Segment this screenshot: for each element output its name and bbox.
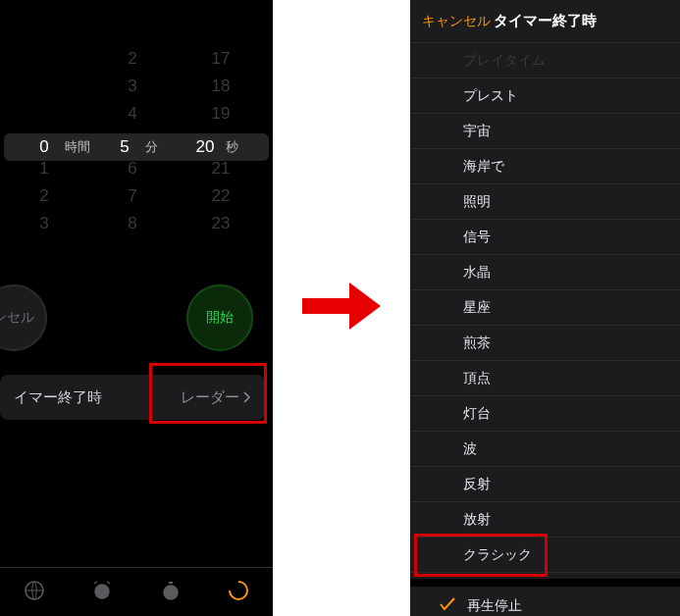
stop-playing-label: 再生停止 xyxy=(467,597,522,615)
cancel-button[interactable]: ンセル xyxy=(0,284,47,351)
sound-option[interactable]: 波 xyxy=(410,432,680,467)
picker-unit-seconds: 秒 xyxy=(226,138,259,156)
picker-value: 23 xyxy=(186,210,255,237)
start-button-label: 開始 xyxy=(206,309,234,327)
picker-value: 3 xyxy=(98,73,167,100)
cancel-button-label: ンセル xyxy=(0,309,34,327)
sound-option[interactable]: 信号 xyxy=(410,220,680,255)
tab-bar xyxy=(0,567,273,616)
picker-value: 8 xyxy=(98,210,167,237)
transition-arrow-panel xyxy=(273,0,410,616)
picker-value: 17 xyxy=(186,45,255,73)
sound-option[interactable]: 煎茶 xyxy=(410,326,680,361)
picker-selected-row: 0 時間 5 分 20 秒 xyxy=(0,133,273,161)
stop-playing-option[interactable]: 再生停止 xyxy=(410,579,680,616)
annotation-highlight-box xyxy=(414,534,548,577)
picker-value xyxy=(10,45,78,73)
timer-end-sound-modal: キャンセル タイマー終了時 プレイタイムプレスト宇宙海岸で照明信号水晶星座煎茶頂… xyxy=(410,0,680,616)
sound-option[interactable]: 放射 xyxy=(410,502,680,538)
picker-value xyxy=(10,100,78,128)
picker-value: 3 xyxy=(10,210,78,237)
sound-list[interactable]: プレイタイムプレスト宇宙海岸で照明信号水晶星座煎茶頂点灯台波反射放射クラシック再… xyxy=(410,43,680,616)
time-picker[interactable]: 1 2 3 2 3 4 6 7 8 17 18 19 21 22 23 0 時間… xyxy=(0,45,273,202)
picker-value: 18 xyxy=(186,73,255,100)
picker-value: 19 xyxy=(186,100,255,128)
svg-point-2 xyxy=(164,586,178,599)
sound-option[interactable]: 反射 xyxy=(410,467,680,502)
sound-option[interactable]: 灯台 xyxy=(410,396,680,432)
stopwatch-tab-icon[interactable] xyxy=(159,579,183,606)
sound-option[interactable]: プレスト xyxy=(410,78,680,114)
picker-value: 2 xyxy=(98,45,167,73)
svg-point-1 xyxy=(95,585,109,598)
start-button[interactable]: 開始 xyxy=(186,284,253,351)
picker-value: 2 xyxy=(10,182,78,210)
when-timer-ends-label: イマー終了時 xyxy=(14,388,102,407)
sound-option[interactable]: 宇宙 xyxy=(410,114,680,149)
timer-screen: 1 2 3 2 3 4 6 7 8 17 18 19 21 22 23 0 時間… xyxy=(0,0,273,616)
modal-header: キャンセル タイマー終了時 xyxy=(410,0,680,43)
picker-value: 7 xyxy=(98,182,167,210)
arrow-right-icon xyxy=(298,279,385,337)
modal-cancel-button[interactable]: キャンセル xyxy=(422,13,491,30)
sound-option[interactable]: 海岸で xyxy=(410,149,680,184)
modal-title: タイマー終了時 xyxy=(494,12,597,30)
picker-value: 4 xyxy=(98,100,167,128)
svg-rect-3 xyxy=(169,582,173,584)
sound-option[interactable]: 頂点 xyxy=(410,361,680,396)
sound-option[interactable]: 星座 xyxy=(410,290,680,326)
svg-point-4 xyxy=(230,582,247,599)
timer-tab-icon[interactable] xyxy=(227,579,250,606)
alarm-tab-icon[interactable] xyxy=(90,579,114,606)
check-icon xyxy=(440,597,455,614)
sound-option[interactable]: プレイタイム xyxy=(410,43,680,78)
sound-option[interactable]: 水晶 xyxy=(410,255,680,290)
world-clock-tab-icon[interactable] xyxy=(23,579,46,606)
sound-option[interactable]: 照明 xyxy=(410,184,680,220)
annotation-highlight-box xyxy=(149,363,267,424)
picker-value xyxy=(10,73,78,100)
picker-value: 22 xyxy=(186,182,255,210)
